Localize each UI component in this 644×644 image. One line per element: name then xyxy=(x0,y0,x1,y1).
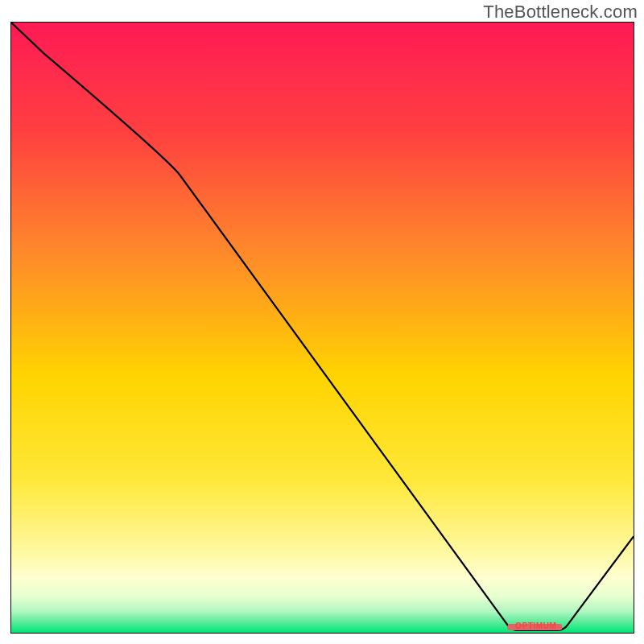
chart-stage: TheBottleneck.com xyxy=(0,0,644,644)
optimum-label: OPTIMUM xyxy=(515,621,556,630)
gradient-background xyxy=(11,23,634,633)
chart-svg xyxy=(11,23,634,633)
plot-area xyxy=(10,22,634,634)
watermark-text: TheBottleneck.com xyxy=(483,2,638,23)
